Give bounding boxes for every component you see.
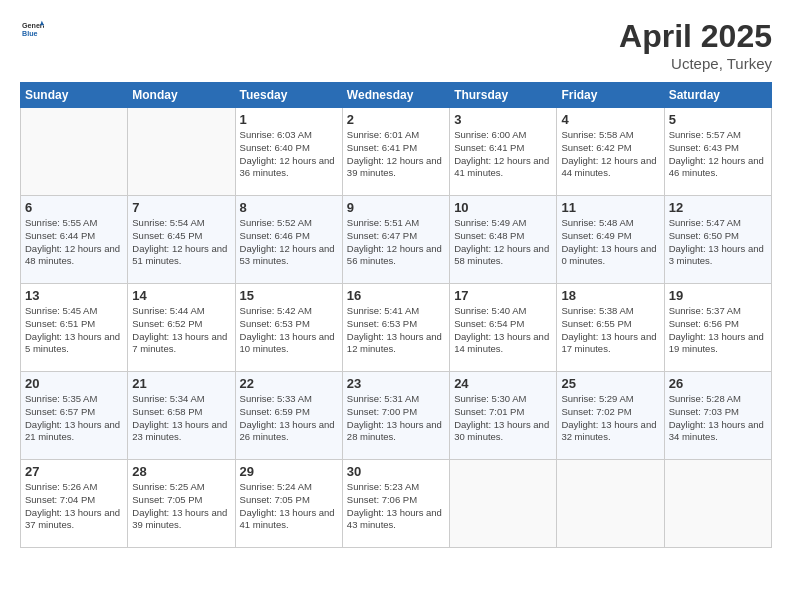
- col-saturday: Saturday: [664, 83, 771, 108]
- day-number: 17: [454, 288, 552, 303]
- table-row: 21Sunrise: 5:34 AM Sunset: 6:58 PM Dayli…: [128, 372, 235, 460]
- day-number: 30: [347, 464, 445, 479]
- day-info: Sunrise: 5:42 AM Sunset: 6:53 PM Dayligh…: [240, 305, 338, 356]
- day-info: Sunrise: 5:44 AM Sunset: 6:52 PM Dayligh…: [132, 305, 230, 356]
- table-row: [21, 108, 128, 196]
- table-row: [557, 460, 664, 548]
- day-info: Sunrise: 5:31 AM Sunset: 7:00 PM Dayligh…: [347, 393, 445, 444]
- day-number: 1: [240, 112, 338, 127]
- calendar-week-row: 13Sunrise: 5:45 AM Sunset: 6:51 PM Dayli…: [21, 284, 772, 372]
- day-number: 3: [454, 112, 552, 127]
- day-info: Sunrise: 5:54 AM Sunset: 6:45 PM Dayligh…: [132, 217, 230, 268]
- day-info: Sunrise: 5:33 AM Sunset: 6:59 PM Dayligh…: [240, 393, 338, 444]
- table-row: 13Sunrise: 5:45 AM Sunset: 6:51 PM Dayli…: [21, 284, 128, 372]
- table-row: 7Sunrise: 5:54 AM Sunset: 6:45 PM Daylig…: [128, 196, 235, 284]
- day-info: Sunrise: 5:51 AM Sunset: 6:47 PM Dayligh…: [347, 217, 445, 268]
- day-info: Sunrise: 5:49 AM Sunset: 6:48 PM Dayligh…: [454, 217, 552, 268]
- table-row: 18Sunrise: 5:38 AM Sunset: 6:55 PM Dayli…: [557, 284, 664, 372]
- day-info: Sunrise: 5:37 AM Sunset: 6:56 PM Dayligh…: [669, 305, 767, 356]
- day-number: 26: [669, 376, 767, 391]
- day-number: 10: [454, 200, 552, 215]
- col-monday: Monday: [128, 83, 235, 108]
- table-row: 20Sunrise: 5:35 AM Sunset: 6:57 PM Dayli…: [21, 372, 128, 460]
- day-info: Sunrise: 5:58 AM Sunset: 6:42 PM Dayligh…: [561, 129, 659, 180]
- table-row: 26Sunrise: 5:28 AM Sunset: 7:03 PM Dayli…: [664, 372, 771, 460]
- table-row: 11Sunrise: 5:48 AM Sunset: 6:49 PM Dayli…: [557, 196, 664, 284]
- day-number: 2: [347, 112, 445, 127]
- day-number: 5: [669, 112, 767, 127]
- page: General Blue April 2025 Uctepe, Turkey S…: [0, 0, 792, 612]
- day-info: Sunrise: 5:57 AM Sunset: 6:43 PM Dayligh…: [669, 129, 767, 180]
- calendar-week-row: 20Sunrise: 5:35 AM Sunset: 6:57 PM Dayli…: [21, 372, 772, 460]
- day-number: 28: [132, 464, 230, 479]
- day-number: 20: [25, 376, 123, 391]
- day-number: 21: [132, 376, 230, 391]
- day-info: Sunrise: 5:30 AM Sunset: 7:01 PM Dayligh…: [454, 393, 552, 444]
- header: General Blue April 2025 Uctepe, Turkey: [20, 18, 772, 72]
- day-number: 24: [454, 376, 552, 391]
- table-row: 24Sunrise: 5:30 AM Sunset: 7:01 PM Dayli…: [450, 372, 557, 460]
- day-number: 18: [561, 288, 659, 303]
- day-info: Sunrise: 5:34 AM Sunset: 6:58 PM Dayligh…: [132, 393, 230, 444]
- day-number: 16: [347, 288, 445, 303]
- table-row: 23Sunrise: 5:31 AM Sunset: 7:00 PM Dayli…: [342, 372, 449, 460]
- day-info: Sunrise: 5:25 AM Sunset: 7:05 PM Dayligh…: [132, 481, 230, 532]
- day-number: 25: [561, 376, 659, 391]
- day-number: 15: [240, 288, 338, 303]
- table-row: [450, 460, 557, 548]
- title-block: April 2025 Uctepe, Turkey: [619, 18, 772, 72]
- day-number: 19: [669, 288, 767, 303]
- day-info: Sunrise: 5:24 AM Sunset: 7:05 PM Dayligh…: [240, 481, 338, 532]
- day-number: 4: [561, 112, 659, 127]
- day-info: Sunrise: 5:35 AM Sunset: 6:57 PM Dayligh…: [25, 393, 123, 444]
- month-title: April 2025: [619, 18, 772, 55]
- day-number: 9: [347, 200, 445, 215]
- logo: General Blue: [20, 18, 44, 44]
- table-row: 22Sunrise: 5:33 AM Sunset: 6:59 PM Dayli…: [235, 372, 342, 460]
- table-row: 2Sunrise: 6:01 AM Sunset: 6:41 PM Daylig…: [342, 108, 449, 196]
- day-info: Sunrise: 5:45 AM Sunset: 6:51 PM Dayligh…: [25, 305, 123, 356]
- day-number: 12: [669, 200, 767, 215]
- table-row: 29Sunrise: 5:24 AM Sunset: 7:05 PM Dayli…: [235, 460, 342, 548]
- day-number: 7: [132, 200, 230, 215]
- day-info: Sunrise: 5:55 AM Sunset: 6:44 PM Dayligh…: [25, 217, 123, 268]
- day-info: Sunrise: 5:23 AM Sunset: 7:06 PM Dayligh…: [347, 481, 445, 532]
- day-info: Sunrise: 5:38 AM Sunset: 6:55 PM Dayligh…: [561, 305, 659, 356]
- day-number: 27: [25, 464, 123, 479]
- day-number: 6: [25, 200, 123, 215]
- day-number: 11: [561, 200, 659, 215]
- table-row: 16Sunrise: 5:41 AM Sunset: 6:53 PM Dayli…: [342, 284, 449, 372]
- table-row: [664, 460, 771, 548]
- col-wednesday: Wednesday: [342, 83, 449, 108]
- table-row: 5Sunrise: 5:57 AM Sunset: 6:43 PM Daylig…: [664, 108, 771, 196]
- table-row: 9Sunrise: 5:51 AM Sunset: 6:47 PM Daylig…: [342, 196, 449, 284]
- table-row: [128, 108, 235, 196]
- day-info: Sunrise: 5:47 AM Sunset: 6:50 PM Dayligh…: [669, 217, 767, 268]
- col-thursday: Thursday: [450, 83, 557, 108]
- table-row: 19Sunrise: 5:37 AM Sunset: 6:56 PM Dayli…: [664, 284, 771, 372]
- day-info: Sunrise: 5:29 AM Sunset: 7:02 PM Dayligh…: [561, 393, 659, 444]
- table-row: 28Sunrise: 5:25 AM Sunset: 7:05 PM Dayli…: [128, 460, 235, 548]
- location-title: Uctepe, Turkey: [619, 55, 772, 72]
- day-info: Sunrise: 5:40 AM Sunset: 6:54 PM Dayligh…: [454, 305, 552, 356]
- table-row: 14Sunrise: 5:44 AM Sunset: 6:52 PM Dayli…: [128, 284, 235, 372]
- logo-icon: General Blue: [22, 18, 44, 40]
- day-info: Sunrise: 5:28 AM Sunset: 7:03 PM Dayligh…: [669, 393, 767, 444]
- day-number: 29: [240, 464, 338, 479]
- day-info: Sunrise: 6:00 AM Sunset: 6:41 PM Dayligh…: [454, 129, 552, 180]
- table-row: 12Sunrise: 5:47 AM Sunset: 6:50 PM Dayli…: [664, 196, 771, 284]
- col-sunday: Sunday: [21, 83, 128, 108]
- day-number: 13: [25, 288, 123, 303]
- table-row: 10Sunrise: 5:49 AM Sunset: 6:48 PM Dayli…: [450, 196, 557, 284]
- day-info: Sunrise: 6:03 AM Sunset: 6:40 PM Dayligh…: [240, 129, 338, 180]
- calendar-week-row: 27Sunrise: 5:26 AM Sunset: 7:04 PM Dayli…: [21, 460, 772, 548]
- calendar-week-row: 6Sunrise: 5:55 AM Sunset: 6:44 PM Daylig…: [21, 196, 772, 284]
- svg-text:Blue: Blue: [22, 30, 38, 38]
- col-friday: Friday: [557, 83, 664, 108]
- table-row: 4Sunrise: 5:58 AM Sunset: 6:42 PM Daylig…: [557, 108, 664, 196]
- day-number: 23: [347, 376, 445, 391]
- table-row: 1Sunrise: 6:03 AM Sunset: 6:40 PM Daylig…: [235, 108, 342, 196]
- day-number: 14: [132, 288, 230, 303]
- calendar-header-row: Sunday Monday Tuesday Wednesday Thursday…: [21, 83, 772, 108]
- table-row: 3Sunrise: 6:00 AM Sunset: 6:41 PM Daylig…: [450, 108, 557, 196]
